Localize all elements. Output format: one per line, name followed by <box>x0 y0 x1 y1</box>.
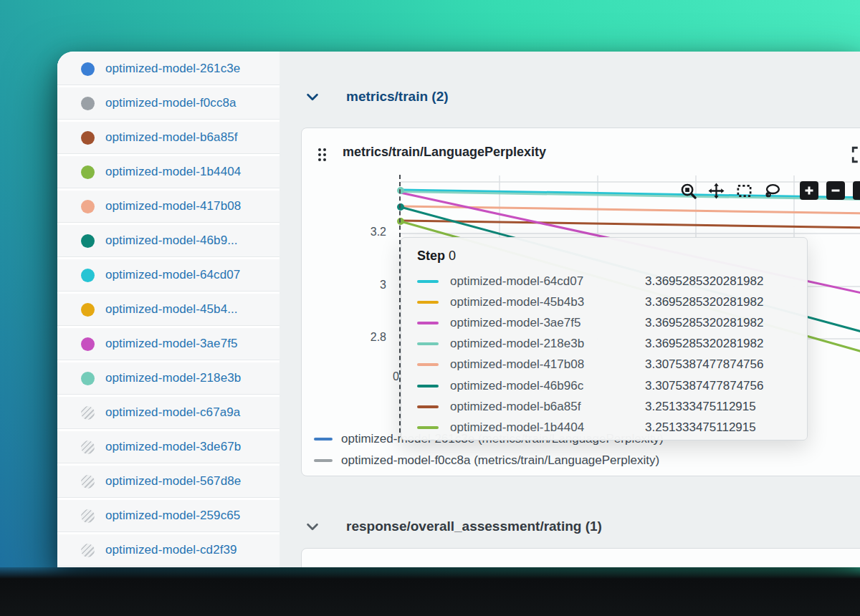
run-row[interactable]: optimized-model-1b4404 <box>57 156 280 188</box>
tooltip-swatch-icon <box>417 280 439 283</box>
run-color-dot-icon <box>81 234 95 248</box>
run-link[interactable]: optimized-model-cd2f39 <box>105 543 237 557</box>
charts-panel: metrics/train (2) metrics/train/Language… <box>280 52 860 567</box>
run-color-dot-icon <box>81 269 95 282</box>
runs-sidebar: optimized-model-261c3e optimized-model-f… <box>57 52 280 567</box>
autoscale-button[interactable] <box>853 181 860 200</box>
run-row[interactable]: optimized-model-45b4... <box>57 294 280 326</box>
tooltip-swatch-icon <box>417 426 439 429</box>
run-link[interactable]: optimized-model-3de67b <box>105 440 241 454</box>
tooltip-row: optimized-model-3ae7f5 3.369528532028198… <box>417 312 791 333</box>
zoom-out-button[interactable] <box>826 181 845 200</box>
tooltip-row: optimized-model-64cd07 3.369528532028198… <box>417 271 791 292</box>
chart-card-rating <box>301 548 860 567</box>
run-link[interactable]: optimized-model-3ae7f5 <box>105 337 238 351</box>
run-color-dot-icon <box>81 165 95 179</box>
run-link[interactable]: optimized-model-45b4... <box>105 302 238 317</box>
run-link[interactable]: optimized-model-b6a85f <box>105 130 238 145</box>
y-tick-label: 3 <box>360 279 386 292</box>
run-color-dot-icon <box>81 97 95 110</box>
tooltip-row: optimized-model-b6a85f 3.251333475112915 <box>417 396 791 417</box>
tooltip-swatch-icon <box>417 405 439 408</box>
run-link[interactable]: optimized-model-261c3e <box>105 62 240 76</box>
run-row[interactable]: optimized-model-64cd07 <box>57 259 280 292</box>
run-link[interactable]: optimized-model-567d8e <box>105 474 241 489</box>
run-link[interactable]: optimized-model-64cd07 <box>105 268 240 282</box>
legend-label: optimized-model-f0cc8a (metrics/train/La… <box>341 453 659 468</box>
y-tick-label: 3.2 <box>360 226 386 239</box>
run-color-dot-icon <box>81 337 95 351</box>
run-row[interactable]: optimized-model-c67a9a <box>57 397 280 429</box>
tooltip-swatch-icon <box>417 301 439 304</box>
run-row[interactable]: optimized-model-b6a85f <box>57 122 280 154</box>
box-select-tool-icon[interactable] <box>736 183 752 199</box>
zoom-tool-icon[interactable] <box>680 183 697 199</box>
run-color-dot-icon <box>81 131 95 145</box>
run-link[interactable]: optimized-model-218e3b <box>105 371 241 385</box>
legend-item[interactable]: optimized-model-f0cc8a (metrics/train/La… <box>314 450 664 471</box>
tooltip-swatch-icon <box>417 385 439 388</box>
run-color-dot-icon <box>81 200 95 213</box>
section-title: response/overall_assessment/rating (1) <box>346 519 602 534</box>
run-hidden-dot-icon <box>81 475 95 489</box>
y-tick-label: 2.8 <box>360 331 386 344</box>
window-shadow <box>0 567 860 616</box>
page-root: { "sidebar": { "runs": [ { "label": "opt… <box>0 0 860 616</box>
tooltip-title: Step 0 <box>417 249 791 264</box>
run-link[interactable]: optimized-model-259c65 <box>105 509 240 523</box>
section-header-response-rating[interactable]: response/overall_assessment/rating (1) <box>305 519 602 534</box>
legend-swatch-icon <box>314 459 333 462</box>
tooltip-swatch-icon <box>417 322 439 324</box>
run-color-dot-icon <box>81 62 95 76</box>
tooltip-row: optimized-model-417b08 3.307538747787475… <box>417 355 791 375</box>
run-link[interactable]: optimized-model-1b4404 <box>105 165 241 179</box>
run-hidden-dot-icon <box>81 441 95 454</box>
run-hidden-dot-icon <box>81 406 95 420</box>
lasso-select-tool-icon[interactable] <box>764 183 780 199</box>
chevron-down-icon[interactable] <box>305 519 320 534</box>
tooltip-row: optimized-model-46b96c 3.307538747787475… <box>417 375 791 396</box>
section-title: metrics/train (2) <box>346 89 449 105</box>
run-hidden-dot-icon <box>81 509 95 523</box>
run-link[interactable]: optimized-model-c67a9a <box>105 405 240 420</box>
x-tick-label: 0 <box>393 370 399 383</box>
run-row[interactable]: optimized-model-567d8e <box>57 466 280 498</box>
tooltip-row: optimized-model-1b4404 3.251333475112915 <box>417 417 791 438</box>
run-color-dot-icon <box>81 372 95 385</box>
run-color-dot-icon <box>81 303 95 317</box>
tooltip-row: optimized-model-218e3b 3.369528532028198… <box>417 334 791 355</box>
tooltip-swatch-icon <box>417 363 439 366</box>
chevron-down-icon[interactable] <box>305 89 320 105</box>
run-row[interactable]: optimized-model-cd2f39 <box>57 534 280 567</box>
run-hidden-dot-icon <box>81 544 95 557</box>
run-row[interactable]: optimized-model-218e3b <box>57 362 280 395</box>
zoom-in-button[interactable] <box>800 181 818 200</box>
run-link[interactable]: optimized-model-417b08 <box>105 199 241 213</box>
legend-swatch-icon <box>314 438 333 441</box>
run-row[interactable]: optimized-model-3de67b <box>57 431 280 463</box>
run-row[interactable]: optimized-model-3ae7f5 <box>57 328 280 360</box>
tooltip-swatch-icon <box>417 342 439 345</box>
run-row[interactable]: optimized-model-261c3e <box>57 53 280 85</box>
run-row[interactable]: optimized-model-46b9... <box>57 225 280 257</box>
tooltip-row: optimized-model-45b4b3 3.369528532028198… <box>417 292 791 312</box>
run-row[interactable]: optimized-model-259c65 <box>57 500 280 532</box>
hover-tooltip: Step 0 optimized-model-64cd07 3.36952853… <box>401 237 808 441</box>
section-header-metrics-train[interactable]: metrics/train (2) <box>305 89 449 105</box>
pan-tool-icon[interactable] <box>708 183 725 199</box>
run-row[interactable]: optimized-model-f0cc8a <box>57 87 280 120</box>
run-link[interactable]: optimized-model-f0cc8a <box>105 96 236 110</box>
chart-modebar <box>680 181 860 200</box>
run-link[interactable]: optimized-model-46b9... <box>105 234 238 248</box>
step0-markers <box>397 187 404 225</box>
app-window: optimized-model-261c3e optimized-model-f… <box>57 52 860 567</box>
run-row[interactable]: optimized-model-417b08 <box>57 191 280 223</box>
